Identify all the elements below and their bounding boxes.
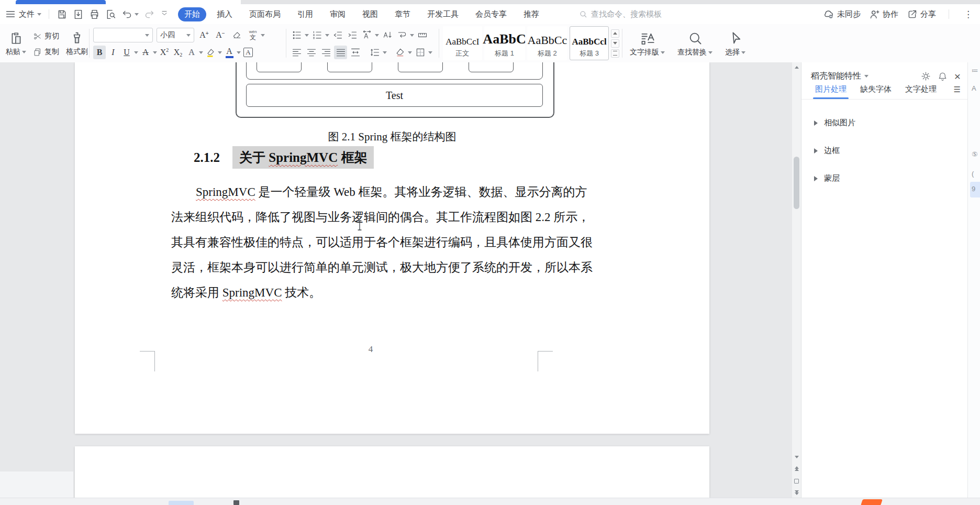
superscript-button[interactable]: X2 xyxy=(158,46,171,59)
bold-button[interactable]: B xyxy=(93,46,106,59)
tab-view[interactable]: 视图 xyxy=(356,7,384,21)
style-gallery-down-button[interactable] xyxy=(611,39,619,48)
tab-review[interactable]: 审阅 xyxy=(324,7,352,21)
customize-quick-access-icon[interactable] xyxy=(160,10,169,18)
scroll-up-button[interactable] xyxy=(792,62,801,72)
strikethrough-dropdown-icon[interactable] xyxy=(153,51,157,54)
distribute-button[interactable] xyxy=(349,46,362,59)
document-scrollbar[interactable] xyxy=(792,62,801,498)
tab-home[interactable]: 开始 xyxy=(178,7,206,21)
panel-menu-icon[interactable]: ☰ xyxy=(954,85,961,99)
taskbar-app-icon[interactable] xyxy=(233,500,239,505)
undo-dropdown-icon[interactable] xyxy=(135,13,139,16)
sync-status-button[interactable]: 未同步 xyxy=(823,8,861,20)
print-button[interactable] xyxy=(89,9,100,20)
tab-recommend[interactable]: 推荐 xyxy=(517,7,545,21)
right-edge-toolbar[interactable]: ≔ A ⑤ ( 9 xyxy=(967,62,980,498)
shading-button[interactable] xyxy=(393,46,406,59)
tab-section[interactable]: 章节 xyxy=(388,7,417,21)
browse-object-button[interactable] xyxy=(792,476,801,486)
character-border-button[interactable]: A xyxy=(242,46,254,59)
tab-references[interactable]: 引用 xyxy=(291,7,319,21)
decrease-font-size-button[interactable]: A− xyxy=(214,28,227,42)
save-button[interactable] xyxy=(57,9,68,20)
copy-button[interactable]: 复制 xyxy=(33,45,59,59)
italic-button[interactable]: I xyxy=(107,46,119,59)
panel-section-similar-images[interactable]: 相似图片 xyxy=(801,109,968,137)
numbered-dropdown-icon[interactable] xyxy=(325,34,329,37)
tab-page-layout[interactable]: 页面布局 xyxy=(243,7,287,21)
style-gallery-up-button[interactable] xyxy=(611,29,619,38)
next-page-button[interactable] xyxy=(792,488,801,497)
underline-button[interactable]: U xyxy=(120,46,133,59)
align-center-button[interactable] xyxy=(305,46,318,59)
shading-dropdown-icon[interactable] xyxy=(408,51,412,54)
text-effects-button[interactable]: A xyxy=(185,46,198,59)
style-heading1[interactable]: AaBbC 标题 1 xyxy=(484,26,525,60)
hamburger-menu-icon[interactable] xyxy=(5,9,16,19)
paste-button[interactable]: 粘贴 xyxy=(2,27,30,61)
bell-icon[interactable] xyxy=(938,71,948,81)
panel-tab-image-processing[interactable]: 图片处理 xyxy=(815,84,847,99)
scrollbar-thumb[interactable] xyxy=(794,157,799,209)
panel-section-mask-layer[interactable]: 蒙层 xyxy=(801,164,968,192)
text-effects-dropdown-icon[interactable] xyxy=(199,51,203,54)
print-preview-button[interactable] xyxy=(105,9,116,20)
document-canvas[interactable]: Test 图 2.1 Spring 框架的结构图 2.1.2 关于 Spring… xyxy=(0,62,801,498)
more-options-icon[interactable]: ⋮ xyxy=(962,9,975,20)
strikethrough-button[interactable]: A xyxy=(139,46,152,59)
document-page-2[interactable] xyxy=(75,446,709,498)
line-break-dropdown-icon[interactable] xyxy=(410,34,414,37)
file-menu-button[interactable]: 文件 xyxy=(19,9,41,19)
decrease-indent-button[interactable] xyxy=(331,28,344,42)
redo-button[interactable] xyxy=(144,9,155,20)
text-layout-button[interactable]: 文字排版 xyxy=(626,27,669,61)
justify-button[interactable] xyxy=(334,46,347,59)
increase-indent-button[interactable] xyxy=(346,28,359,42)
underline-dropdown-icon[interactable] xyxy=(134,51,138,54)
collaborate-button[interactable]: 协作 xyxy=(869,9,898,20)
tab-stops-button[interactable] xyxy=(416,28,429,42)
character-scale-button[interactable] xyxy=(360,28,373,42)
active-document-tab-indicator[interactable] xyxy=(16,0,106,4)
bullet-dropdown-icon[interactable] xyxy=(305,34,309,37)
increase-font-size-button[interactable]: A+ xyxy=(198,28,210,42)
share-button[interactable]: 分享 xyxy=(907,9,936,20)
cut-button[interactable]: 剪切 xyxy=(33,29,59,43)
numbered-list-button[interactable] xyxy=(310,28,324,42)
format-painter-button[interactable]: 格式刷 xyxy=(62,27,92,61)
line-spacing-button[interactable] xyxy=(368,46,381,59)
close-panel-icon[interactable]: × xyxy=(954,71,961,82)
tab-insert[interactable]: 插入 xyxy=(210,7,239,21)
line-spacing-dropdown-icon[interactable] xyxy=(383,51,387,54)
undo-button[interactable] xyxy=(121,9,132,20)
borders-button[interactable] xyxy=(414,46,427,59)
previous-page-button[interactable] xyxy=(792,464,801,473)
panel-tab-missing-fonts[interactable]: 缺失字体 xyxy=(860,84,892,99)
panel-tab-text-processing[interactable]: 文字处理 xyxy=(905,84,937,99)
sort-button[interactable] xyxy=(381,28,394,42)
phonetic-guide-button[interactable]: wén 文 xyxy=(247,28,259,42)
phonetic-dropdown-icon[interactable] xyxy=(261,34,265,37)
os-taskbar[interactable] xyxy=(0,498,980,505)
taskbar-app-icon[interactable] xyxy=(169,501,194,505)
command-search-box[interactable]: 查找命令、搜索模板 xyxy=(579,9,662,19)
font-color-button[interactable]: A xyxy=(223,46,236,59)
font-size-select[interactable]: 小四 xyxy=(157,28,194,42)
export-button[interactable] xyxy=(73,9,84,20)
borders-dropdown-icon[interactable] xyxy=(428,51,432,54)
find-replace-button[interactable]: 查找替换 xyxy=(674,27,716,61)
style-heading2[interactable]: AaBbCc 标题 2 xyxy=(527,26,568,60)
font-name-select[interactable] xyxy=(93,28,153,42)
taskbar-wps-icon[interactable] xyxy=(861,499,883,505)
select-button[interactable]: 选择 xyxy=(721,27,749,61)
font-color-dropdown-icon[interactable] xyxy=(237,51,241,54)
tab-membership[interactable]: 会员专享 xyxy=(469,7,513,21)
style-heading3[interactable]: AaBbCcl 标题 3 xyxy=(570,26,609,60)
scroll-down-button[interactable] xyxy=(792,452,801,462)
settings-gear-icon[interactable] xyxy=(921,71,931,81)
align-left-button[interactable] xyxy=(290,46,303,59)
align-right-button[interactable] xyxy=(319,46,332,59)
highlight-color-button[interactable] xyxy=(204,46,217,59)
subscript-button[interactable]: X2 xyxy=(172,46,184,59)
